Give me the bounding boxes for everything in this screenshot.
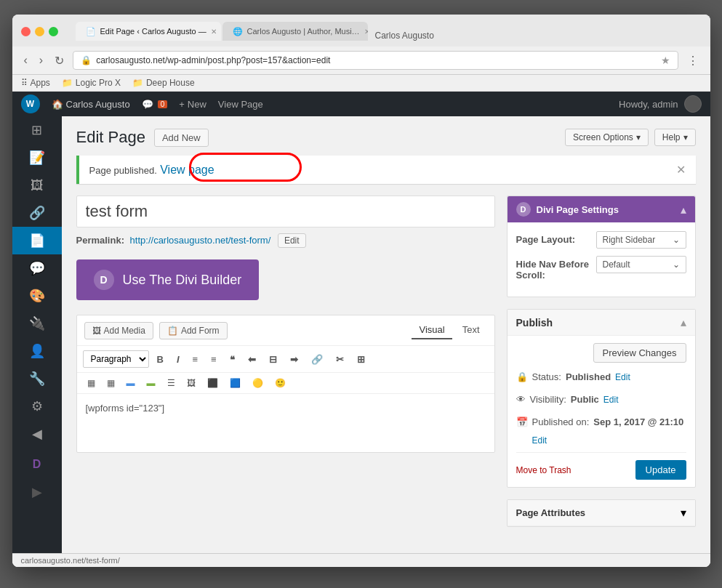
align-left-button[interactable]: ⬅: [243, 351, 261, 368]
traffic-lights: [21, 27, 58, 36]
unordered-list-button[interactable]: ≡: [188, 351, 204, 368]
forward-button[interactable]: ›: [36, 52, 46, 68]
add-media-button[interactable]: 🖼 Add Media: [84, 322, 153, 339]
text-tab[interactable]: Text: [455, 321, 487, 339]
add-form-button[interactable]: 📋 Add Form: [159, 322, 228, 339]
update-button[interactable]: Update: [635, 460, 686, 480]
sidebar-item-links[interactable]: 🔗: [12, 199, 62, 227]
align-right-button[interactable]: ➡: [285, 351, 303, 368]
publish-actions: Move to Trash Update: [516, 452, 686, 480]
notice-dismiss-button[interactable]: ✕: [676, 163, 686, 177]
close-window-button[interactable]: [21, 27, 31, 36]
move-to-trash-link[interactable]: Move to Trash: [516, 465, 571, 475]
sidebar-item-pages[interactable]: 📄: [12, 227, 62, 254]
sidebar-item-settings[interactable]: ⚙: [12, 392, 62, 420]
new-label: New: [188, 99, 206, 110]
browser-window: 📄 Edit Page ‹ Carlos Augusto — ✕ 🌐 Carlo…: [12, 15, 710, 567]
yellow-swatch-button[interactable]: 🟡: [248, 376, 268, 390]
calendar-icon: 📅: [516, 416, 528, 427]
apps-label: Apps: [31, 78, 50, 88]
bold-button[interactable]: B: [152, 351, 169, 368]
admin-bar-comments[interactable]: 💬 0: [142, 99, 168, 110]
admin-bar-home[interactable]: 🏠 Carlos Augusto: [52, 99, 130, 110]
published-edit-link[interactable]: Edit: [532, 435, 547, 446]
divi-builder-button[interactable]: D Use The Divi Builder: [76, 259, 260, 300]
align-center-button[interactable]: ⊟: [264, 351, 282, 368]
visual-tab[interactable]: Visual: [412, 321, 452, 339]
tab-carlos-augusto[interactable]: 🌐 Carlos Augusto | Author, Musi… ✕: [222, 22, 368, 41]
refresh-button[interactable]: ↻: [52, 52, 67, 69]
link-button[interactable]: 🔗: [306, 351, 328, 368]
hide-nav-arrow: ⌄: [673, 259, 680, 270]
divi-settings-header[interactable]: D Divi Page Settings ▴: [508, 196, 695, 222]
visibility-edit-link[interactable]: Edit: [603, 395, 619, 405]
sidebar-item-tools[interactable]: 🔧: [12, 365, 62, 392]
minimize-window-button[interactable]: [35, 27, 44, 36]
ordered-list-button[interactable]: ≡: [206, 351, 222, 368]
paragraph-select[interactable]: Paragraph: [83, 350, 149, 368]
bookmark-star-button[interactable]: ★: [661, 55, 670, 66]
permalink-url[interactable]: http://carlosaugusto.net/test-form/: [130, 235, 271, 246]
list-style-button[interactable]: ☰: [163, 376, 180, 390]
sidebar-item-users[interactable]: 👤: [12, 337, 62, 365]
status-bar: carlosaugusto.net/test-form/: [12, 553, 710, 567]
browser-controls: 📄 Edit Page ‹ Carlos Augusto — ✕ 🌐 Carlo…: [21, 22, 702, 41]
color-button[interactable]: ▬: [122, 376, 140, 390]
editor-content[interactable]: [wpforms id="123"]: [77, 394, 494, 452]
table-button[interactable]: ▦: [83, 376, 100, 390]
admin-bar-view-page[interactable]: View Page: [218, 99, 263, 110]
divi-builder-label: Use The Divi Builder: [123, 273, 242, 288]
table2-button[interactable]: ▦: [103, 376, 119, 390]
back-button[interactable]: ‹: [21, 52, 31, 68]
bookmark-deep-house[interactable]: 📁 Deep House: [132, 78, 195, 88]
maximize-window-button[interactable]: [49, 27, 58, 36]
wp-admin-bar: W 🏠 Carlos Augusto 💬 0 + New View Page: [12, 92, 710, 116]
sidebar-item-media[interactable]: 🖼: [12, 172, 62, 199]
widget-button[interactable]: ⬛: [203, 376, 222, 390]
image-insert-button[interactable]: 🖼: [182, 376, 200, 390]
page-layout-select[interactable]: Right Sidebar ⌄: [596, 231, 686, 249]
sidebar-item-plugins[interactable]: 🔌: [12, 310, 62, 337]
italic-button[interactable]: I: [172, 351, 185, 368]
highlight-button[interactable]: ▬: [143, 376, 160, 390]
page-layout-label: Page Layout:: [516, 231, 596, 245]
sidebar-item-dashboard[interactable]: ⊞: [12, 116, 62, 144]
more-options-button[interactable]: ⋮: [684, 52, 702, 69]
status-edit-link[interactable]: Edit: [615, 372, 630, 382]
help-button[interactable]: Help ▾: [654, 129, 696, 146]
color-swatch-button[interactable]: 🟦: [225, 376, 245, 390]
view-page-link[interactable]: View page: [160, 164, 214, 176]
post-title-input[interactable]: [76, 196, 495, 227]
add-new-button[interactable]: Add New: [154, 129, 209, 147]
unlink-button[interactable]: ✂: [331, 351, 349, 368]
admin-bar-new[interactable]: + New: [179, 99, 206, 110]
preview-changes-button[interactable]: Preview Changes: [593, 343, 686, 363]
bookmark-apps[interactable]: ⠿ Apps: [21, 78, 50, 88]
tab-edit-page[interactable]: 📄 Edit Page ‹ Carlos Augusto — ✕: [76, 22, 221, 41]
folder-icon-deep: 📁: [132, 78, 143, 88]
tab-close-button-2[interactable]: ✕: [364, 26, 368, 36]
tab-close-button[interactable]: ✕: [211, 26, 217, 36]
wordpress-logo[interactable]: W: [21, 94, 40, 113]
blockquote-button[interactable]: ❝: [225, 351, 240, 368]
publish-collapse-icon[interactable]: ▴: [681, 315, 686, 329]
hide-nav-label: Hide Nav Before Scroll:: [516, 256, 596, 281]
emoji-button[interactable]: 🙂: [270, 376, 290, 390]
address-bar[interactable]: 🔒 carlosaugusto.net/wp-admin/post.php?po…: [73, 51, 678, 70]
divi-settings-collapse-icon[interactable]: ▴: [681, 203, 686, 217]
permalink-edit-button[interactable]: Edit: [278, 233, 306, 248]
sidebar-item-divi[interactable]: D: [12, 451, 62, 478]
editor-shortcode: [wpforms id="123"]: [86, 403, 165, 414]
sidebar-item-extra[interactable]: ▶: [12, 478, 62, 506]
sidebar-item-comments[interactable]: 💬: [12, 254, 62, 282]
wp-admin: W 🏠 Carlos Augusto 💬 0 + New View Page: [12, 92, 710, 567]
sidebar-item-appearance[interactable]: 🎨: [12, 282, 62, 310]
page-attributes-header[interactable]: Page Attributes ▾: [508, 500, 695, 526]
page-title-group: Edit Page Add New: [76, 128, 209, 147]
screen-options-button[interactable]: Screen Options ▾: [565, 129, 649, 146]
hide-nav-select[interactable]: Default ⌄: [596, 256, 686, 273]
fullscreen-button[interactable]: ⊞: [352, 351, 370, 368]
sidebar-item-posts[interactable]: 📝: [12, 144, 62, 172]
sidebar-item-collapse[interactable]: ◀: [12, 420, 62, 448]
bookmark-logic-pro[interactable]: 📁 Logic Pro X: [62, 78, 121, 88]
